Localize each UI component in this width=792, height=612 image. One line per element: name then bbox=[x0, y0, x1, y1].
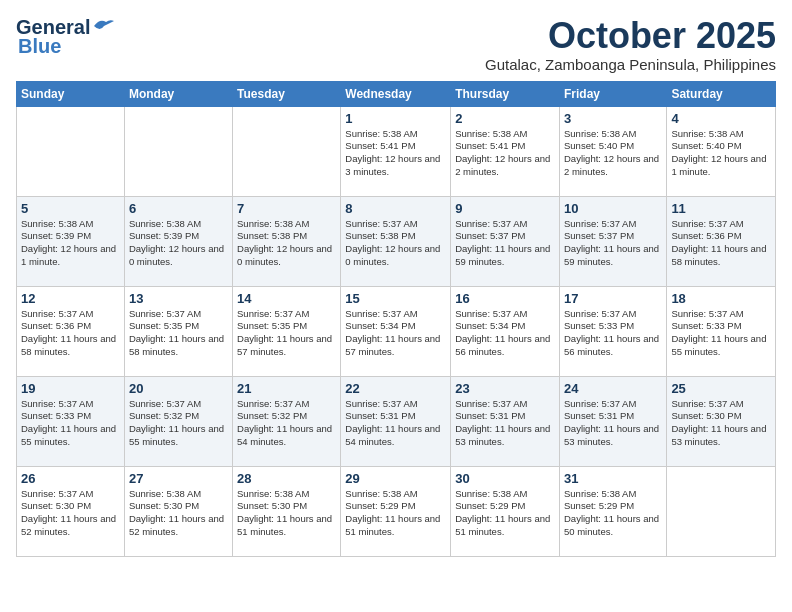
day-detail: Sunrise: 5:38 AM Sunset: 5:41 PM Dayligh… bbox=[345, 128, 446, 179]
day-number: 20 bbox=[129, 381, 228, 396]
header: General Blue October 2025 Gutalac, Zambo… bbox=[16, 16, 776, 73]
calendar-day-cell: 23Sunrise: 5:37 AM Sunset: 5:31 PM Dayli… bbox=[451, 376, 560, 466]
day-detail: Sunrise: 5:38 AM Sunset: 5:40 PM Dayligh… bbox=[671, 128, 771, 179]
calendar-day-cell: 5Sunrise: 5:38 AM Sunset: 5:39 PM Daylig… bbox=[17, 196, 125, 286]
calendar-day-cell: 26Sunrise: 5:37 AM Sunset: 5:30 PM Dayli… bbox=[17, 466, 125, 556]
calendar-day-cell: 7Sunrise: 5:38 AM Sunset: 5:38 PM Daylig… bbox=[233, 196, 341, 286]
day-number: 16 bbox=[455, 291, 555, 306]
calendar-day-cell: 24Sunrise: 5:37 AM Sunset: 5:31 PM Dayli… bbox=[559, 376, 666, 466]
day-detail: Sunrise: 5:37 AM Sunset: 5:38 PM Dayligh… bbox=[345, 218, 446, 269]
calendar-week-row: 5Sunrise: 5:38 AM Sunset: 5:39 PM Daylig… bbox=[17, 196, 776, 286]
day-number: 6 bbox=[129, 201, 228, 216]
day-detail: Sunrise: 5:38 AM Sunset: 5:39 PM Dayligh… bbox=[21, 218, 120, 269]
day-detail: Sunrise: 5:37 AM Sunset: 5:31 PM Dayligh… bbox=[455, 398, 555, 449]
logo-blue: Blue bbox=[18, 35, 61, 58]
calendar-day-cell: 11Sunrise: 5:37 AM Sunset: 5:36 PM Dayli… bbox=[667, 196, 776, 286]
day-detail: Sunrise: 5:37 AM Sunset: 5:33 PM Dayligh… bbox=[671, 308, 771, 359]
day-number: 17 bbox=[564, 291, 662, 306]
logo: General Blue bbox=[16, 16, 114, 58]
day-detail: Sunrise: 5:37 AM Sunset: 5:36 PM Dayligh… bbox=[671, 218, 771, 269]
day-number: 27 bbox=[129, 471, 228, 486]
calendar-day-cell: 25Sunrise: 5:37 AM Sunset: 5:30 PM Dayli… bbox=[667, 376, 776, 466]
calendar-day-cell: 20Sunrise: 5:37 AM Sunset: 5:32 PM Dayli… bbox=[124, 376, 232, 466]
day-number: 19 bbox=[21, 381, 120, 396]
day-detail: Sunrise: 5:37 AM Sunset: 5:33 PM Dayligh… bbox=[21, 398, 120, 449]
calendar-day-cell: 16Sunrise: 5:37 AM Sunset: 5:34 PM Dayli… bbox=[451, 286, 560, 376]
day-detail: Sunrise: 5:37 AM Sunset: 5:30 PM Dayligh… bbox=[671, 398, 771, 449]
day-number: 23 bbox=[455, 381, 555, 396]
day-detail: Sunrise: 5:37 AM Sunset: 5:36 PM Dayligh… bbox=[21, 308, 120, 359]
day-number: 21 bbox=[237, 381, 336, 396]
calendar-day-cell: 28Sunrise: 5:38 AM Sunset: 5:30 PM Dayli… bbox=[233, 466, 341, 556]
calendar-day-cell: 27Sunrise: 5:38 AM Sunset: 5:30 PM Dayli… bbox=[124, 466, 232, 556]
calendar-day-cell: 3Sunrise: 5:38 AM Sunset: 5:40 PM Daylig… bbox=[559, 106, 666, 196]
header-thursday: Thursday bbox=[451, 81, 560, 106]
calendar-day-cell: 31Sunrise: 5:38 AM Sunset: 5:29 PM Dayli… bbox=[559, 466, 666, 556]
day-number: 14 bbox=[237, 291, 336, 306]
day-number: 13 bbox=[129, 291, 228, 306]
day-number: 25 bbox=[671, 381, 771, 396]
header-sunday: Sunday bbox=[17, 81, 125, 106]
header-saturday: Saturday bbox=[667, 81, 776, 106]
day-detail: Sunrise: 5:38 AM Sunset: 5:30 PM Dayligh… bbox=[237, 488, 336, 539]
day-detail: Sunrise: 5:38 AM Sunset: 5:30 PM Dayligh… bbox=[129, 488, 228, 539]
calendar-day-cell: 30Sunrise: 5:38 AM Sunset: 5:29 PM Dayli… bbox=[451, 466, 560, 556]
calendar-day-cell bbox=[17, 106, 125, 196]
day-detail: Sunrise: 5:37 AM Sunset: 5:32 PM Dayligh… bbox=[129, 398, 228, 449]
day-detail: Sunrise: 5:37 AM Sunset: 5:35 PM Dayligh… bbox=[129, 308, 228, 359]
calendar-day-cell: 9Sunrise: 5:37 AM Sunset: 5:37 PM Daylig… bbox=[451, 196, 560, 286]
calendar-day-cell: 17Sunrise: 5:37 AM Sunset: 5:33 PM Dayli… bbox=[559, 286, 666, 376]
day-detail: Sunrise: 5:38 AM Sunset: 5:29 PM Dayligh… bbox=[455, 488, 555, 539]
calendar-day-cell: 8Sunrise: 5:37 AM Sunset: 5:38 PM Daylig… bbox=[341, 196, 451, 286]
calendar-day-cell: 14Sunrise: 5:37 AM Sunset: 5:35 PM Dayli… bbox=[233, 286, 341, 376]
day-number: 31 bbox=[564, 471, 662, 486]
day-detail: Sunrise: 5:37 AM Sunset: 5:34 PM Dayligh… bbox=[455, 308, 555, 359]
day-number: 8 bbox=[345, 201, 446, 216]
day-number: 2 bbox=[455, 111, 555, 126]
day-number: 10 bbox=[564, 201, 662, 216]
day-number: 24 bbox=[564, 381, 662, 396]
day-number: 26 bbox=[21, 471, 120, 486]
day-detail: Sunrise: 5:37 AM Sunset: 5:31 PM Dayligh… bbox=[564, 398, 662, 449]
calendar-day-cell: 19Sunrise: 5:37 AM Sunset: 5:33 PM Dayli… bbox=[17, 376, 125, 466]
header-friday: Friday bbox=[559, 81, 666, 106]
day-number: 12 bbox=[21, 291, 120, 306]
calendar-day-cell: 22Sunrise: 5:37 AM Sunset: 5:31 PM Dayli… bbox=[341, 376, 451, 466]
day-number: 29 bbox=[345, 471, 446, 486]
day-number: 9 bbox=[455, 201, 555, 216]
day-detail: Sunrise: 5:37 AM Sunset: 5:35 PM Dayligh… bbox=[237, 308, 336, 359]
day-detail: Sunrise: 5:37 AM Sunset: 5:30 PM Dayligh… bbox=[21, 488, 120, 539]
day-number: 5 bbox=[21, 201, 120, 216]
day-detail: Sunrise: 5:37 AM Sunset: 5:31 PM Dayligh… bbox=[345, 398, 446, 449]
header-tuesday: Tuesday bbox=[233, 81, 341, 106]
calendar-day-cell: 18Sunrise: 5:37 AM Sunset: 5:33 PM Dayli… bbox=[667, 286, 776, 376]
calendar-day-cell: 15Sunrise: 5:37 AM Sunset: 5:34 PM Dayli… bbox=[341, 286, 451, 376]
day-number: 22 bbox=[345, 381, 446, 396]
day-detail: Sunrise: 5:37 AM Sunset: 5:33 PM Dayligh… bbox=[564, 308, 662, 359]
day-detail: Sunrise: 5:38 AM Sunset: 5:29 PM Dayligh… bbox=[345, 488, 446, 539]
calendar-day-cell: 10Sunrise: 5:37 AM Sunset: 5:37 PM Dayli… bbox=[559, 196, 666, 286]
day-detail: Sunrise: 5:38 AM Sunset: 5:38 PM Dayligh… bbox=[237, 218, 336, 269]
calendar-table: SundayMondayTuesdayWednesdayThursdayFrid… bbox=[16, 81, 776, 557]
calendar-day-cell: 12Sunrise: 5:37 AM Sunset: 5:36 PM Dayli… bbox=[17, 286, 125, 376]
day-number: 1 bbox=[345, 111, 446, 126]
calendar-day-cell: 21Sunrise: 5:37 AM Sunset: 5:32 PM Dayli… bbox=[233, 376, 341, 466]
calendar-day-cell bbox=[667, 466, 776, 556]
title-area: October 2025 Gutalac, Zamboanga Peninsul… bbox=[485, 16, 776, 73]
day-detail: Sunrise: 5:37 AM Sunset: 5:37 PM Dayligh… bbox=[455, 218, 555, 269]
day-detail: Sunrise: 5:37 AM Sunset: 5:34 PM Dayligh… bbox=[345, 308, 446, 359]
day-number: 4 bbox=[671, 111, 771, 126]
calendar-week-row: 12Sunrise: 5:37 AM Sunset: 5:36 PM Dayli… bbox=[17, 286, 776, 376]
calendar-day-cell: 4Sunrise: 5:38 AM Sunset: 5:40 PM Daylig… bbox=[667, 106, 776, 196]
calendar-week-row: 1Sunrise: 5:38 AM Sunset: 5:41 PM Daylig… bbox=[17, 106, 776, 196]
day-number: 30 bbox=[455, 471, 555, 486]
calendar-week-row: 26Sunrise: 5:37 AM Sunset: 5:30 PM Dayli… bbox=[17, 466, 776, 556]
day-detail: Sunrise: 5:38 AM Sunset: 5:41 PM Dayligh… bbox=[455, 128, 555, 179]
calendar-day-cell bbox=[124, 106, 232, 196]
day-detail: Sunrise: 5:37 AM Sunset: 5:37 PM Dayligh… bbox=[564, 218, 662, 269]
location-title: Gutalac, Zamboanga Peninsula, Philippine… bbox=[485, 56, 776, 73]
day-detail: Sunrise: 5:38 AM Sunset: 5:40 PM Dayligh… bbox=[564, 128, 662, 179]
calendar-day-cell: 13Sunrise: 5:37 AM Sunset: 5:35 PM Dayli… bbox=[124, 286, 232, 376]
logo-bird-icon bbox=[92, 18, 114, 34]
day-detail: Sunrise: 5:38 AM Sunset: 5:39 PM Dayligh… bbox=[129, 218, 228, 269]
